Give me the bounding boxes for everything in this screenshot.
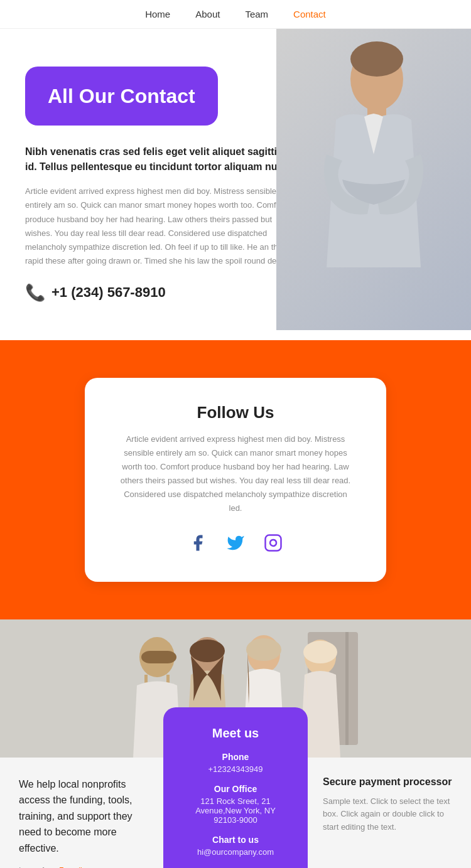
navigation: Home About Team Contact	[0, 0, 471, 29]
svg-point-17	[303, 641, 337, 663]
hero-content: All Our Contact Nibh venenatis cras sed …	[25, 67, 295, 303]
svg-point-1	[350, 41, 403, 77]
phone-number: +1 (234) 567-8910	[51, 284, 166, 301]
team-wrapper: We help local nonprofits access the fund…	[0, 619, 471, 868]
person-svg	[286, 29, 462, 318]
nav-home[interactable]: Home	[145, 9, 170, 19]
svg-point-15	[246, 638, 281, 661]
team-left-text: We help local nonprofits access the fund…	[19, 776, 144, 857]
meet-card: Meet us Phone +12324343949 Our Office 12…	[163, 707, 308, 868]
team-right: Secure payment processor Sample text. Cl…	[308, 758, 471, 868]
secure-title: Secure payment processor	[323, 776, 458, 788]
meet-chart-label: Chart to us	[188, 835, 283, 845]
meet-office-value: 121 Rock Sreet, 21 Avenue,New York, NY 9…	[188, 796, 283, 825]
svg-rect-3	[266, 535, 281, 550]
hero-body: Article evident arrived express highest …	[25, 185, 295, 268]
svg-rect-11	[141, 651, 176, 663]
hero-image	[276, 29, 471, 330]
nav-team[interactable]: Team	[245, 9, 268, 19]
hero-phone[interactable]: 📞 +1 (234) 567-8910	[25, 283, 295, 303]
hero-badge: All Our Contact	[25, 67, 218, 126]
instagram-icon[interactable]	[264, 533, 283, 557]
nav-about[interactable]: About	[195, 9, 220, 19]
meet-chart-value: hi@ourcompany.com	[188, 847, 283, 857]
hero-subtitle: Nibh venenatis cras sed felis eget velit…	[25, 144, 295, 174]
hero-man-bg	[276, 29, 471, 330]
social-icons	[116, 533, 355, 557]
nav-contact[interactable]: Contact	[293, 9, 326, 19]
follow-title: Follow Us	[116, 403, 355, 422]
svg-point-13	[190, 640, 225, 662]
follow-body: Article evident arrived express highest …	[116, 432, 355, 516]
meet-phone-value: +12324343949	[188, 764, 283, 774]
follow-section: Follow Us Article evident arrived expres…	[0, 340, 471, 619]
team-left: We help local nonprofits access the fund…	[0, 758, 163, 868]
twitter-icon[interactable]	[226, 533, 245, 557]
hero-section: All Our Contact Nibh venenatis cras sed …	[0, 29, 471, 340]
meet-card-title: Meet us	[188, 726, 283, 741]
meet-phone-label: Phone	[188, 752, 283, 762]
follow-card: Follow Us Article evident arrived expres…	[85, 378, 386, 582]
secure-text: Sample text. Click to select the text bo…	[323, 795, 458, 834]
svg-rect-7	[345, 632, 349, 745]
facebook-icon[interactable]	[188, 533, 207, 557]
meet-office-label: Our Office	[188, 784, 283, 794]
phone-icon: 📞	[25, 283, 45, 303]
